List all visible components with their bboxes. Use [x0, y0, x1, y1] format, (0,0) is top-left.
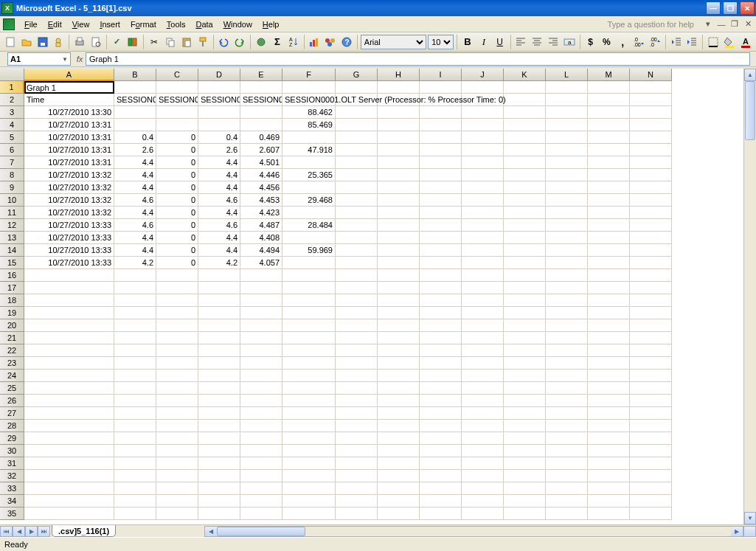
cell-N10[interactable]	[630, 194, 672, 207]
cell-N34[interactable]	[630, 495, 672, 507]
cell-H4[interactable]	[378, 119, 420, 131]
cell-H31[interactable]	[378, 457, 420, 470]
cell-D12[interactable]: 4.6	[198, 219, 240, 232]
merge-center-button[interactable]: a	[562, 34, 577, 50]
cell-M15[interactable]	[588, 257, 630, 269]
cell-B14[interactable]: 4.4	[114, 244, 156, 257]
cell-A9[interactable]: 10/27/2010 13:32	[24, 181, 114, 194]
cell-K23[interactable]	[504, 357, 546, 370]
cell-K20[interactable]	[504, 319, 546, 332]
cell-I6[interactable]	[420, 144, 462, 156]
cell-C3[interactable]	[156, 106, 198, 119]
cell-M13[interactable]	[588, 232, 630, 244]
cell-B28[interactable]	[114, 420, 156, 432]
cell-C19[interactable]	[156, 307, 198, 319]
column-header-D[interactable]: D	[198, 69, 240, 81]
cell-D10[interactable]: 4.6	[198, 194, 240, 207]
cell-J30[interactable]	[462, 445, 504, 457]
cell-B4[interactable]	[114, 119, 156, 131]
cell-N15[interactable]	[630, 257, 672, 269]
cell-E27[interactable]	[240, 407, 282, 420]
cell-M21[interactable]	[588, 332, 630, 344]
cell-K25[interactable]	[504, 382, 546, 395]
cell-C24[interactable]	[156, 370, 198, 382]
cell-J31[interactable]	[462, 457, 504, 470]
research-button[interactable]	[126, 34, 141, 50]
cell-N24[interactable]	[630, 370, 672, 382]
increase-indent-button[interactable]	[685, 34, 700, 50]
cell-I26[interactable]	[420, 395, 462, 407]
redo-button[interactable]	[232, 34, 247, 50]
cell-E15[interactable]: 4.057	[240, 257, 282, 269]
row-header-7[interactable]: 7	[0, 156, 24, 169]
column-header-M[interactable]: M	[588, 69, 630, 81]
cell-N22[interactable]	[630, 344, 672, 357]
cell-D24[interactable]	[198, 370, 240, 382]
cell-M25[interactable]	[588, 382, 630, 395]
cell-B27[interactable]	[114, 407, 156, 420]
cell-G26[interactable]	[336, 395, 378, 407]
cell-D13[interactable]: 4.4	[198, 232, 240, 244]
cell-A26[interactable]	[24, 395, 114, 407]
cell-K33[interactable]	[504, 482, 546, 495]
align-center-button[interactable]	[530, 34, 544, 50]
cell-J23[interactable]	[462, 357, 504, 370]
cell-F15[interactable]	[282, 257, 336, 269]
cell-L18[interactable]	[546, 294, 588, 307]
cell-N16[interactable]	[630, 269, 672, 282]
column-header-J[interactable]: J	[462, 69, 504, 81]
menu-edit[interactable]: Edit	[43, 18, 67, 30]
cell-B10[interactable]: 4.6	[114, 194, 156, 207]
cell-I13[interactable]	[420, 232, 462, 244]
cell-L4[interactable]	[546, 119, 588, 131]
cell-B7[interactable]: 4.4	[114, 156, 156, 169]
cell-I16[interactable]	[420, 269, 462, 282]
cell-G24[interactable]	[336, 370, 378, 382]
cell-E1[interactable]	[240, 81, 282, 94]
cell-E17[interactable]	[240, 282, 282, 294]
cell-K17[interactable]	[504, 282, 546, 294]
cell-G32[interactable]	[336, 470, 378, 482]
cell-M26[interactable]	[588, 395, 630, 407]
cell-F11[interactable]	[282, 207, 336, 219]
cell-M9[interactable]	[588, 181, 630, 194]
decrease-decimal-button[interactable]: .00.0	[648, 34, 662, 50]
cell-K31[interactable]	[504, 457, 546, 470]
cell-N35[interactable]	[630, 507, 672, 520]
cell-K18[interactable]	[504, 294, 546, 307]
menu-format[interactable]: Format	[125, 18, 162, 30]
cell-A32[interactable]	[24, 470, 114, 482]
cell-H24[interactable]	[378, 370, 420, 382]
cell-E11[interactable]: 4.423	[240, 207, 282, 219]
cell-C34[interactable]	[156, 495, 198, 507]
cell-J20[interactable]	[462, 319, 504, 332]
cell-C2[interactable]: SESSION0	[156, 94, 198, 106]
row-header-25[interactable]: 25	[0, 382, 24, 395]
permission-button[interactable]	[51, 34, 66, 50]
print-preview-button[interactable]	[89, 34, 103, 50]
help-search[interactable]: Type a question for help	[608, 20, 698, 29]
cell-L11[interactable]	[546, 207, 588, 219]
cell-A7[interactable]: 10/27/2010 13:31	[24, 156, 114, 169]
cell-C13[interactable]: 0	[156, 232, 198, 244]
cell-B23[interactable]	[114, 357, 156, 370]
cell-M35[interactable]	[588, 507, 630, 520]
cell-G8[interactable]	[336, 169, 378, 181]
cell-E19[interactable]	[240, 307, 282, 319]
cell-J25[interactable]	[462, 382, 504, 395]
cell-N20[interactable]	[630, 319, 672, 332]
cell-L2[interactable]	[546, 94, 588, 106]
cell-C28[interactable]	[156, 420, 198, 432]
menu-insert[interactable]: Insert	[94, 18, 125, 30]
cell-K2[interactable]	[504, 94, 546, 106]
scroll-down-button[interactable]: ▼	[744, 512, 756, 524]
cell-D33[interactable]	[198, 482, 240, 495]
cell-B1[interactable]	[114, 81, 156, 94]
chevron-down-icon[interactable]: ▼	[62, 56, 68, 63]
cell-H26[interactable]	[378, 395, 420, 407]
cell-A12[interactable]: 10/27/2010 13:33	[24, 219, 114, 232]
cell-M5[interactable]	[588, 131, 630, 144]
cell-D32[interactable]	[198, 470, 240, 482]
scroll-up-button[interactable]: ▲	[744, 69, 756, 81]
cell-L27[interactable]	[546, 407, 588, 420]
